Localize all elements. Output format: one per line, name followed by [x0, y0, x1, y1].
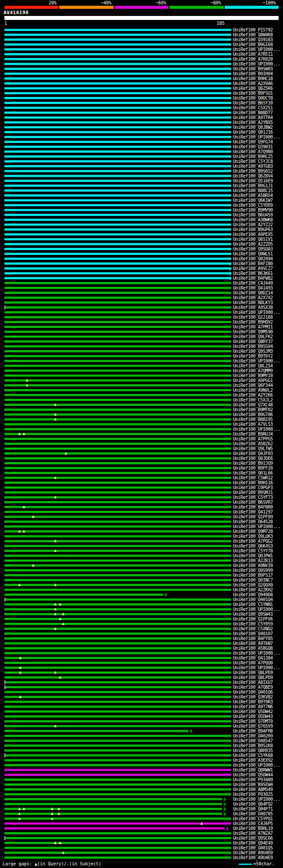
hit-accession-label[interactable]: UniRef100_Q0DCT8: [233, 96, 273, 100]
hit-accession-label[interactable]: UniRef100_C5YPQ1: [233, 816, 273, 821]
alignment-row[interactable]: UniRef100_Q8H935: [0, 748, 283, 753]
hit-accession-label[interactable]: UniRef100_UPI000...: [233, 62, 280, 66]
hit-accession-label[interactable]: UniRef100_B9HQV2: [233, 320, 273, 324]
hit-accession-label[interactable]: UniRef100_A9NV39: [233, 563, 273, 568]
hit-accession-label[interactable]: UniRef100_Q9LFK2: [233, 334, 273, 339]
hit-accession-label[interactable]: UniRef100_A9PEX5: [233, 232, 273, 237]
hit-accession-label[interactable]: UniRef100_B9IH04: [233, 71, 273, 76]
hit-accession-label[interactable]: UniRef100_B8BDT7: [233, 110, 273, 115]
alignment-row[interactable]: UniRef100_A7NZA7: [0, 831, 283, 836]
hit-accession-label[interactable]: UniRef100_Q9SW43: [233, 612, 273, 617]
alignment-row[interactable]: UniRef100_A7PMI1: [0, 324, 283, 329]
hit-accession-label[interactable]: UniRef100_B9IJQ9: [233, 461, 273, 466]
hit-accession-label[interactable]: UniRef100_A9T6N7: [233, 641, 273, 646]
hit-accession-label[interactable]: UniRef100_Q7XC48: [233, 402, 273, 407]
alignment-row[interactable]: UniRef100_B9SW03: [0, 66, 283, 71]
hit-accession-label[interactable]: UniRef100_A7QBE9: [233, 685, 273, 690]
alignment-row[interactable]: UniRef100_Q9FG74: [0, 139, 283, 144]
hit-accession-label[interactable]: UniRef100_A5BGQ8: [233, 646, 273, 651]
hit-accession-label[interactable]: UniRef100_A9U4E0: [233, 850, 273, 855]
alignment-row[interactable]: UniRef100_UPI000...: [0, 797, 283, 802]
hit-accession-label[interactable]: UniRef100_Q41384: [233, 656, 273, 660]
hit-accession-label[interactable]: UniRef100_O64528: [233, 519, 273, 524]
alignment-row[interactable]: UniRef100_A5BR54: [0, 193, 283, 198]
alignment-row[interactable]: UniRef100_UPI000...: [0, 135, 283, 139]
alignment-row[interactable]: UniRef100_Q516E9: [0, 178, 283, 183]
hit-accession-label[interactable]: UniRef100_B9GP63: [233, 227, 273, 232]
alignment-row[interactable]: UniRef100_UPI000...: [0, 763, 283, 768]
alignment-row[interactable]: UniRef100_Q41493: [0, 285, 283, 290]
alignment-row[interactable]: UniRef100_A9SX38: [0, 305, 283, 310]
alignment-row[interactable]: UniRef100_Q39183: [0, 37, 283, 42]
hit-accession-label[interactable]: UniRef100_C0PGP3: [233, 485, 273, 490]
hit-accession-label[interactable]: UniRef100_B4FBR0: [233, 505, 273, 509]
alignment-row[interactable]: UniRef100_Q9LTW5: [0, 446, 283, 451]
alignment-row[interactable]: UniRef100_C4J449: [0, 281, 283, 285]
alignment-row[interactable]: UniRef100_B9HL19: [0, 826, 283, 831]
hit-accession-label[interactable]: UniRef100_A7PQQ0: [233, 660, 273, 665]
hit-accession-label[interactable]: UniRef100_UPI000...: [233, 797, 280, 802]
hit-accession-label[interactable]: UniRef100_Q9S999: [233, 568, 273, 573]
alignment-row[interactable]: UniRef100_Q9LFK2: [0, 334, 283, 339]
alignment-row[interactable]: UniRef100_Q765V9: [0, 724, 283, 729]
alignment-row[interactable]: UniRef100_Q4JF03: [0, 451, 283, 456]
hit-accession-label[interactable]: UniRef100_Q1PFV6: [233, 617, 273, 621]
alignment-row[interactable]: UniRef100_Q9S999: [0, 568, 283, 573]
hit-accession-label[interactable]: UniRef100_UPI000...: [233, 524, 280, 529]
hit-accession-label[interactable]: UniRef100_Q8H935: [233, 748, 273, 753]
alignment-row[interactable]: UniRef100_B9IH04: [0, 71, 283, 76]
hit-accession-label[interactable]: UniRef100_UPI000...: [233, 310, 280, 315]
alignment-row[interactable]: UniRef100_Q9SC66: [0, 836, 283, 841]
alignment-row[interactable]: UniRef100_B9S652: [0, 169, 283, 174]
hit-accession-label[interactable]: UniRef100_Q9M728: [233, 529, 273, 534]
hit-accession-label[interactable]: UniRef100_A9U4E9: [233, 855, 273, 860]
alignment-row[interactable]: UniRef100_Q8W4K8: [0, 32, 283, 37]
alignment-row[interactable]: UniRef100_P15792: [0, 27, 283, 32]
hit-accession-label[interactable]: UniRef100_Q40269: [233, 733, 273, 738]
hit-accession-label[interactable]: UniRef100_Q9SUA3: [233, 247, 273, 251]
alignment-row[interactable]: UniRef100_A2ZR13: [0, 558, 283, 563]
hit-accession-label[interactable]: UniRef100_B9MV90: [233, 208, 273, 212]
hit-accession-label[interactable]: UniRef100_A7R511: [233, 52, 273, 57]
hit-accession-label[interactable]: UniRef100_B6SVR7: [233, 500, 273, 505]
alignment-row[interactable]: UniRef100_B9FS17: [0, 573, 283, 578]
alignment-row[interactable]: UniRef100_C5XND2: [0, 626, 283, 631]
hit-accession-label[interactable]: UniRef100_A2X9A6: [233, 81, 273, 86]
hit-accession-label[interactable]: UniRef100_B9T0R3: [233, 699, 273, 704]
hit-accession-label[interactable]: UniRef100_Q39183: [233, 37, 273, 42]
alignment-row[interactable]: UniRef100_C5YNN1: [0, 602, 283, 607]
hit-accession-label[interactable]: UniRef100_A7R020: [233, 57, 273, 62]
alignment-row[interactable]: UniRef100_Q401Q5: [0, 845, 283, 850]
hit-accession-label[interactable]: UniRef100_B9RUJ4: [233, 432, 273, 436]
hit-accession-label[interactable]: UniRef100_Q949D8: [233, 592, 273, 597]
alignment-row[interactable]: UniRef100_B9MT02: [0, 407, 283, 412]
alignment-row[interactable]: UniRef100_A7PQG2: [0, 539, 283, 544]
hit-accession-label[interactable]: UniRef100_P93025: [233, 792, 273, 797]
hit-accession-label[interactable]: UniRef100_Q41493: [233, 285, 273, 290]
hit-accession-label[interactable]: UniRef100_Q8RWW1: [233, 768, 273, 772]
alignment-row[interactable]: UniRef100_A7PQQ0: [0, 660, 283, 665]
alignment-row[interactable]: UniRef100_B9S1K8: [0, 743, 283, 748]
alignment-row[interactable]: UniRef100_Q9SUA3: [0, 247, 283, 251]
hit-accession-label[interactable]: UniRef100_B4FZ80: [233, 261, 273, 266]
hit-accession-label[interactable]: UniRef100_C4J6P5: [233, 821, 273, 826]
alignment-row[interactable]: UniRef100_UPI000...: [0, 427, 283, 432]
alignment-row[interactable]: UniRef100_B63K61: [0, 271, 283, 276]
hit-accession-label[interactable]: UniRef100_Q9M590: [233, 329, 273, 334]
alignment-row[interactable]: UniRef100_Q0DCT8: [0, 96, 283, 100]
alignment-row[interactable]: UniRef100_A2ZZD5: [0, 242, 283, 247]
hit-accession-label[interactable]: UniRef100_Q0JDE6: [233, 456, 273, 461]
alignment-row[interactable]: UniRef100_A7Q9B0: [0, 149, 283, 154]
alignment-row[interactable]: UniRef100_A7R511: [0, 52, 283, 57]
hit-accession-label[interactable]: UniRef100_Q8LPE0: [233, 670, 273, 675]
alignment-row[interactable]: UniRef100_A9TGB3: [0, 164, 283, 169]
hit-accession-label[interactable]: UniRef100_Q6Z8V4: [233, 174, 273, 178]
hit-accession-label[interactable]: UniRef100_UPI000...: [233, 607, 280, 612]
hit-accession-label[interactable]: UniRef100_C5YNN1: [233, 602, 273, 607]
hit-accession-label[interactable]: UniRef100_A7PPG5: [233, 436, 273, 441]
hit-accession-label[interactable]: UniRef100_Q0JPW1: [233, 553, 273, 558]
alignment-row[interactable]: UniRef100_A9PEX5: [0, 232, 283, 237]
hit-accession-label[interactable]: UniRef100_C5XZS1: [233, 105, 273, 110]
alignment-row[interactable]: UniRef100_A2ZKH2: [0, 587, 283, 592]
alignment-row[interactable]: UniRef100_UPI000...: [0, 310, 283, 315]
